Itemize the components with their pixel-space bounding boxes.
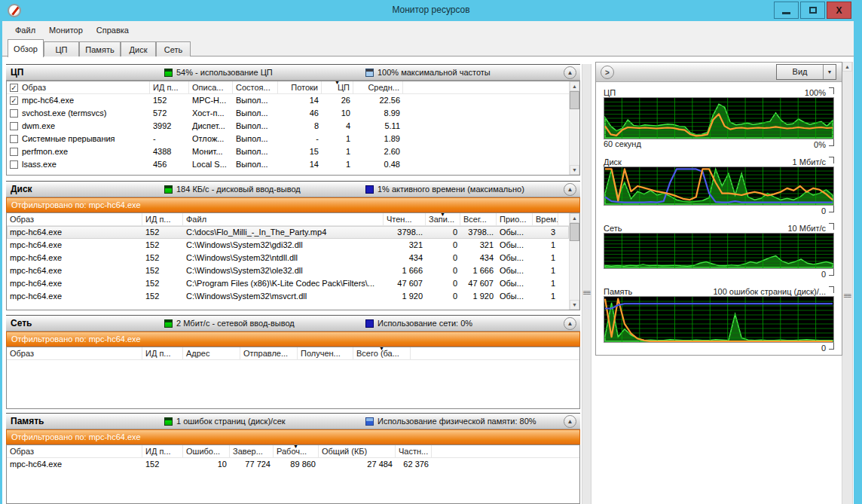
cpu-cell: 26: [322, 94, 353, 107]
response-time-cell: 3: [533, 226, 558, 239]
scroll-down-icon[interactable]: ▼: [570, 165, 579, 175]
tab-network[interactable]: Сеть: [156, 41, 191, 57]
process-image-cell: Системные прерывания: [7, 133, 150, 145]
file-cell: C:\Windows\System32\msvcrt.dll: [183, 290, 384, 303]
scroll-up-icon[interactable]: ▲: [842, 62, 852, 72]
table-row[interactable]: svchost.exe (termsvcs) 572 Хост-п... Вып…: [7, 107, 569, 120]
tab-memory[interactable]: Память: [79, 41, 121, 57]
column-header[interactable]: Образ: [7, 445, 142, 457]
network-filter-bar: Отфильтровано по: mpc-hc64.exe: [6, 331, 580, 347]
table-row[interactable]: mpc-hc64.exe 152 C:\Windows\System32\ole…: [7, 264, 569, 277]
column-header[interactable]: Прио...: [497, 213, 533, 225]
menu-file[interactable]: Файл: [8, 23, 42, 38]
panel-splitter[interactable]: ≡≡: [582, 64, 591, 504]
scroll-thumb[interactable]: [570, 223, 579, 241]
column-header[interactable]: ИД п...: [142, 445, 183, 457]
menu-monitor[interactable]: Монитор: [42, 23, 90, 38]
column-header[interactable]: Получен...: [298, 347, 353, 359]
table-row[interactable]: mpc-hc64.exe 152 C:\Windows\System32\msv…: [7, 290, 569, 303]
tab-overview[interactable]: Обзор: [8, 39, 44, 57]
cpu-scrollbar[interactable]: ▲ ▼: [569, 81, 579, 175]
column-header[interactable]: ✓Образ: [7, 81, 150, 93]
table-row[interactable]: perfmon.exe 4388 Монит... Выпол... 15 1 …: [7, 145, 569, 158]
table-row[interactable]: Системные прерывания - Отлож... Выпол...…: [7, 133, 569, 145]
column-header[interactable]: ▼Всего (ба...: [353, 347, 411, 359]
avg-cpu-cell: 1.89: [353, 133, 403, 145]
column-header[interactable]: Частн...: [396, 445, 432, 457]
pid-cell: 152: [142, 290, 183, 303]
table-row[interactable]: mpc-hc64.exe 152 10 77 724 89 860 27 484…: [7, 458, 579, 471]
column-header[interactable]: ИД п...: [142, 213, 183, 225]
cpu-graph: ЦП 100% 60 секунд 0%: [604, 85, 834, 151]
column-header[interactable]: ИД п...: [150, 81, 189, 93]
row-checkbox[interactable]: [10, 109, 18, 118]
disk-section-title: Диск: [11, 184, 32, 194]
row-checkbox[interactable]: [10, 160, 18, 169]
column-header[interactable]: Ошибо...: [183, 445, 230, 457]
close-button[interactable]: X: [827, 2, 851, 19]
column-header[interactable]: Адрес: [183, 347, 240, 359]
hard-faults-cell: 10: [183, 458, 230, 471]
column-header[interactable]: ▼ЦП: [322, 81, 353, 93]
scroll-up-icon[interactable]: ▲: [570, 81, 579, 91]
splitter-grip-icon[interactable]: ≡≡: [842, 292, 852, 300]
table-row[interactable]: dwm.exe 3992 Диспет... Выпол... 8 4 5.11: [7, 120, 569, 133]
maximize-button[interactable]: [800, 2, 825, 19]
column-header[interactable]: Всег...: [460, 213, 497, 225]
priority-cell: Обы...: [497, 252, 533, 264]
table-row[interactable]: mpc-hc64.exe 152 C:\docs\Flo_Milli_-_In_…: [7, 226, 569, 239]
row-checkbox[interactable]: [10, 122, 18, 130]
right-splitter[interactable]: ▲ ≡≡: [842, 62, 853, 504]
row-checkbox[interactable]: ✓: [10, 96, 18, 105]
process-image-cell: mpc-hc64.exe: [7, 290, 142, 303]
column-header[interactable]: ▼Рабоч...: [274, 445, 319, 457]
row-checkbox[interactable]: [10, 148, 18, 156]
column-header[interactable]: Чтен...: [384, 213, 426, 225]
cpu-collapse-button[interactable]: ▲: [564, 66, 576, 79]
table-row[interactable]: ✓mpc-hc64.exe 152 MPC-H... Выпол... 14 2…: [7, 94, 569, 107]
network-graph: Сеть 10 Мбит/с 0: [604, 221, 834, 281]
column-header[interactable]: Описа...: [189, 81, 233, 93]
column-header[interactable]: Врем...: [533, 213, 558, 225]
minimize-button[interactable]: [774, 2, 799, 19]
select-all-checkbox[interactable]: ✓: [10, 84, 18, 92]
tab-cpu[interactable]: ЦП: [44, 41, 79, 57]
table-row[interactable]: mpc-hc64.exe 152 C:\Windows\System32\gdi…: [7, 239, 569, 252]
scroll-down-icon[interactable]: ▼: [570, 300, 579, 310]
menu-help[interactable]: Справка: [90, 23, 136, 38]
table-row[interactable]: mpc-hc64.exe 152 C:\Program Files (x86)\…: [7, 277, 569, 290]
cpu-cell: 10: [322, 107, 353, 120]
column-header[interactable]: Отправле...: [240, 347, 298, 359]
view-dropdown-button[interactable]: Вид ▼: [776, 64, 836, 80]
tab-disk[interactable]: Диск: [121, 41, 156, 57]
table-row[interactable]: lsass.exe 456 Local S... Выпол... 14 1 0…: [7, 158, 569, 171]
collapse-panel-button[interactable]: >: [601, 66, 614, 79]
total-cell: 3798...: [460, 226, 497, 239]
network-collapse-button[interactable]: ▲: [564, 317, 576, 330]
chevron-down-icon[interactable]: ▼: [823, 65, 836, 79]
column-header[interactable]: Общий (КБ): [319, 445, 396, 457]
priority-cell: Обы...: [497, 290, 533, 303]
column-header[interactable]: Файл: [183, 213, 384, 225]
section-network: Сеть 2 Мбит/с - сетевой ввод-вывод Испол…: [6, 315, 580, 409]
avg-cpu-cell: 8.99: [353, 107, 403, 120]
write-cell: 0: [426, 264, 460, 277]
splitter-grip-icon[interactable]: ≡≡: [582, 289, 591, 297]
column-header[interactable]: Состоя...: [233, 81, 278, 93]
column-header[interactable]: Образ: [7, 213, 142, 225]
pid-cell: 4388: [150, 145, 189, 158]
scroll-thumb[interactable]: [570, 91, 579, 109]
graphs-panel: > Вид ▼ ЦП 100% 60 секунд 0%: [595, 62, 842, 356]
column-header[interactable]: Завер...: [230, 445, 274, 457]
memory-collapse-button[interactable]: ▲: [564, 415, 576, 428]
disk-collapse-button[interactable]: ▲: [564, 183, 576, 196]
table-row[interactable]: mpc-hc64.exe 152 C:\Windows\System32\ntd…: [7, 252, 569, 264]
column-header[interactable]: ИД п...: [142, 347, 183, 359]
column-header[interactable]: Образ: [7, 347, 142, 359]
disk-scrollbar[interactable]: ▲ ▼: [569, 213, 579, 310]
column-header[interactable]: Средн...: [353, 81, 403, 93]
column-header[interactable]: Потоки: [278, 81, 322, 93]
row-checkbox[interactable]: [10, 135, 18, 143]
column-header[interactable]: ▼Запи...: [426, 213, 460, 225]
scroll-up-icon[interactable]: ▲: [570, 213, 579, 223]
